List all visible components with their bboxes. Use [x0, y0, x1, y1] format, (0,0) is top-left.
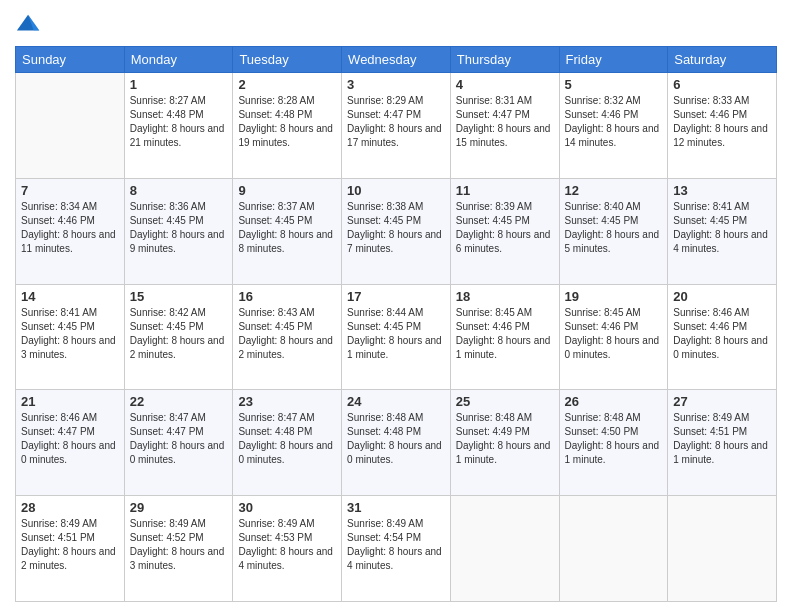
day-number: 13 [673, 183, 771, 198]
day-number: 29 [130, 500, 228, 515]
day-cell [16, 73, 125, 179]
day-cell [559, 496, 668, 602]
day-cell: 26Sunrise: 8:48 AMSunset: 4:50 PMDayligh… [559, 390, 668, 496]
day-cell: 12Sunrise: 8:40 AMSunset: 4:45 PMDayligh… [559, 178, 668, 284]
day-number: 12 [565, 183, 663, 198]
day-cell: 4Sunrise: 8:31 AMSunset: 4:47 PMDaylight… [450, 73, 559, 179]
day-number: 19 [565, 289, 663, 304]
day-number: 17 [347, 289, 445, 304]
header [15, 10, 777, 38]
day-number: 31 [347, 500, 445, 515]
day-info: Sunrise: 8:47 AMSunset: 4:48 PMDaylight:… [238, 411, 336, 467]
day-info: Sunrise: 8:33 AMSunset: 4:46 PMDaylight:… [673, 94, 771, 150]
day-info: Sunrise: 8:28 AMSunset: 4:48 PMDaylight:… [238, 94, 336, 150]
day-number: 15 [130, 289, 228, 304]
day-cell: 5Sunrise: 8:32 AMSunset: 4:46 PMDaylight… [559, 73, 668, 179]
day-info: Sunrise: 8:43 AMSunset: 4:45 PMDaylight:… [238, 306, 336, 362]
day-number: 5 [565, 77, 663, 92]
day-info: Sunrise: 8:29 AMSunset: 4:47 PMDaylight:… [347, 94, 445, 150]
day-info: Sunrise: 8:48 AMSunset: 4:50 PMDaylight:… [565, 411, 663, 467]
day-number: 30 [238, 500, 336, 515]
weekday-header-sunday: Sunday [16, 47, 125, 73]
day-info: Sunrise: 8:49 AMSunset: 4:54 PMDaylight:… [347, 517, 445, 573]
day-info: Sunrise: 8:46 AMSunset: 4:46 PMDaylight:… [673, 306, 771, 362]
day-number: 10 [347, 183, 445, 198]
day-cell: 15Sunrise: 8:42 AMSunset: 4:45 PMDayligh… [124, 284, 233, 390]
day-info: Sunrise: 8:49 AMSunset: 4:52 PMDaylight:… [130, 517, 228, 573]
day-cell: 1Sunrise: 8:27 AMSunset: 4:48 PMDaylight… [124, 73, 233, 179]
day-cell: 27Sunrise: 8:49 AMSunset: 4:51 PMDayligh… [668, 390, 777, 496]
day-number: 21 [21, 394, 119, 409]
week-row-2: 14Sunrise: 8:41 AMSunset: 4:45 PMDayligh… [16, 284, 777, 390]
day-cell: 29Sunrise: 8:49 AMSunset: 4:52 PMDayligh… [124, 496, 233, 602]
weekday-header-row: SundayMondayTuesdayWednesdayThursdayFrid… [16, 47, 777, 73]
weekday-header-saturday: Saturday [668, 47, 777, 73]
week-row-3: 21Sunrise: 8:46 AMSunset: 4:47 PMDayligh… [16, 390, 777, 496]
day-info: Sunrise: 8:31 AMSunset: 4:47 PMDaylight:… [456, 94, 554, 150]
day-cell: 31Sunrise: 8:49 AMSunset: 4:54 PMDayligh… [342, 496, 451, 602]
day-number: 18 [456, 289, 554, 304]
day-number: 25 [456, 394, 554, 409]
day-cell: 6Sunrise: 8:33 AMSunset: 4:46 PMDaylight… [668, 73, 777, 179]
day-number: 23 [238, 394, 336, 409]
day-cell: 13Sunrise: 8:41 AMSunset: 4:45 PMDayligh… [668, 178, 777, 284]
day-info: Sunrise: 8:41 AMSunset: 4:45 PMDaylight:… [21, 306, 119, 362]
day-cell: 2Sunrise: 8:28 AMSunset: 4:48 PMDaylight… [233, 73, 342, 179]
day-info: Sunrise: 8:38 AMSunset: 4:45 PMDaylight:… [347, 200, 445, 256]
day-cell: 28Sunrise: 8:49 AMSunset: 4:51 PMDayligh… [16, 496, 125, 602]
day-cell: 17Sunrise: 8:44 AMSunset: 4:45 PMDayligh… [342, 284, 451, 390]
day-info: Sunrise: 8:36 AMSunset: 4:45 PMDaylight:… [130, 200, 228, 256]
day-info: Sunrise: 8:45 AMSunset: 4:46 PMDaylight:… [456, 306, 554, 362]
day-info: Sunrise: 8:39 AMSunset: 4:45 PMDaylight:… [456, 200, 554, 256]
day-info: Sunrise: 8:44 AMSunset: 4:45 PMDaylight:… [347, 306, 445, 362]
day-cell: 10Sunrise: 8:38 AMSunset: 4:45 PMDayligh… [342, 178, 451, 284]
day-cell: 14Sunrise: 8:41 AMSunset: 4:45 PMDayligh… [16, 284, 125, 390]
day-number: 22 [130, 394, 228, 409]
day-info: Sunrise: 8:48 AMSunset: 4:49 PMDaylight:… [456, 411, 554, 467]
day-number: 9 [238, 183, 336, 198]
day-number: 3 [347, 77, 445, 92]
day-info: Sunrise: 8:32 AMSunset: 4:46 PMDaylight:… [565, 94, 663, 150]
day-info: Sunrise: 8:48 AMSunset: 4:48 PMDaylight:… [347, 411, 445, 467]
weekday-header-monday: Monday [124, 47, 233, 73]
day-info: Sunrise: 8:49 AMSunset: 4:53 PMDaylight:… [238, 517, 336, 573]
day-number: 11 [456, 183, 554, 198]
day-number: 6 [673, 77, 771, 92]
day-info: Sunrise: 8:27 AMSunset: 4:48 PMDaylight:… [130, 94, 228, 150]
day-number: 2 [238, 77, 336, 92]
day-cell: 11Sunrise: 8:39 AMSunset: 4:45 PMDayligh… [450, 178, 559, 284]
day-cell: 9Sunrise: 8:37 AMSunset: 4:45 PMDaylight… [233, 178, 342, 284]
week-row-0: 1Sunrise: 8:27 AMSunset: 4:48 PMDaylight… [16, 73, 777, 179]
day-cell: 18Sunrise: 8:45 AMSunset: 4:46 PMDayligh… [450, 284, 559, 390]
day-cell [450, 496, 559, 602]
day-info: Sunrise: 8:49 AMSunset: 4:51 PMDaylight:… [21, 517, 119, 573]
day-cell: 3Sunrise: 8:29 AMSunset: 4:47 PMDaylight… [342, 73, 451, 179]
day-info: Sunrise: 8:49 AMSunset: 4:51 PMDaylight:… [673, 411, 771, 467]
day-cell: 25Sunrise: 8:48 AMSunset: 4:49 PMDayligh… [450, 390, 559, 496]
day-info: Sunrise: 8:46 AMSunset: 4:47 PMDaylight:… [21, 411, 119, 467]
day-cell: 24Sunrise: 8:48 AMSunset: 4:48 PMDayligh… [342, 390, 451, 496]
day-cell: 19Sunrise: 8:45 AMSunset: 4:46 PMDayligh… [559, 284, 668, 390]
day-info: Sunrise: 8:40 AMSunset: 4:45 PMDaylight:… [565, 200, 663, 256]
day-info: Sunrise: 8:41 AMSunset: 4:45 PMDaylight:… [673, 200, 771, 256]
day-cell: 30Sunrise: 8:49 AMSunset: 4:53 PMDayligh… [233, 496, 342, 602]
day-cell: 20Sunrise: 8:46 AMSunset: 4:46 PMDayligh… [668, 284, 777, 390]
day-cell: 23Sunrise: 8:47 AMSunset: 4:48 PMDayligh… [233, 390, 342, 496]
day-number: 7 [21, 183, 119, 198]
day-cell: 16Sunrise: 8:43 AMSunset: 4:45 PMDayligh… [233, 284, 342, 390]
day-info: Sunrise: 8:37 AMSunset: 4:45 PMDaylight:… [238, 200, 336, 256]
day-number: 8 [130, 183, 228, 198]
day-cell [668, 496, 777, 602]
day-number: 28 [21, 500, 119, 515]
day-cell: 21Sunrise: 8:46 AMSunset: 4:47 PMDayligh… [16, 390, 125, 496]
day-cell: 7Sunrise: 8:34 AMSunset: 4:46 PMDaylight… [16, 178, 125, 284]
weekday-header-friday: Friday [559, 47, 668, 73]
day-info: Sunrise: 8:42 AMSunset: 4:45 PMDaylight:… [130, 306, 228, 362]
day-cell: 22Sunrise: 8:47 AMSunset: 4:47 PMDayligh… [124, 390, 233, 496]
day-number: 26 [565, 394, 663, 409]
day-number: 14 [21, 289, 119, 304]
day-number: 4 [456, 77, 554, 92]
day-info: Sunrise: 8:34 AMSunset: 4:46 PMDaylight:… [21, 200, 119, 256]
day-number: 1 [130, 77, 228, 92]
week-row-4: 28Sunrise: 8:49 AMSunset: 4:51 PMDayligh… [16, 496, 777, 602]
